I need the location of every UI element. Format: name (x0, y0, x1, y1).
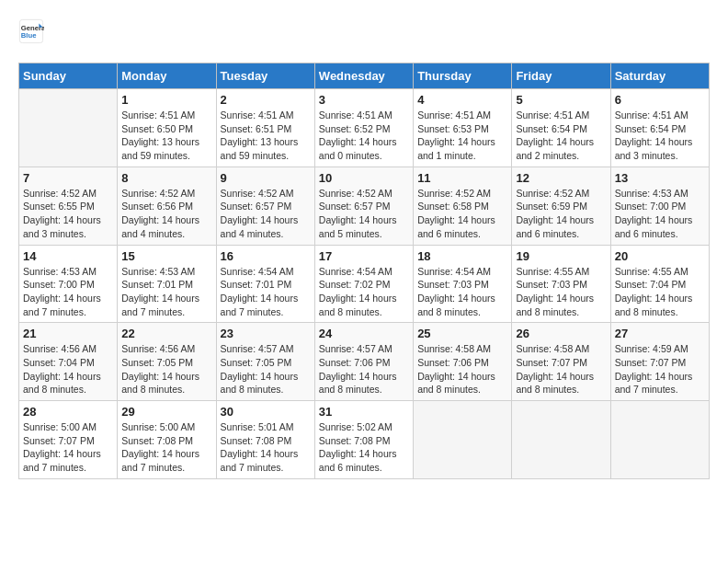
day-number: 9 (221, 171, 311, 185)
calendar-cell: 3Sunrise: 4:51 AMSunset: 6:52 PMDaylight… (314, 89, 413, 167)
day-info: Sunrise: 4:53 AMSunset: 7:01 PMDaylight:… (121, 265, 211, 319)
svg-text:General: General (21, 24, 44, 32)
calendar-cell (512, 401, 610, 479)
day-info: Sunrise: 4:51 AMSunset: 6:52 PMDaylight:… (319, 109, 409, 163)
calendar-cell: 9Sunrise: 4:52 AMSunset: 6:57 PMDaylight… (216, 167, 314, 245)
day-header-thursday: Thursday (414, 63, 512, 89)
calendar-cell: 16Sunrise: 4:54 AMSunset: 7:01 PMDayligh… (216, 245, 314, 323)
day-number: 31 (319, 405, 409, 419)
logo: General Blue (18, 18, 48, 44)
calendar-cell: 29Sunrise: 5:00 AMSunset: 7:08 PMDayligh… (118, 401, 216, 479)
day-number: 11 (417, 171, 507, 185)
day-number: 23 (221, 327, 311, 340)
day-number: 16 (221, 249, 311, 263)
day-number: 19 (516, 249, 606, 263)
calendar-cell: 10Sunrise: 4:52 AMSunset: 6:57 PMDayligh… (314, 167, 413, 245)
day-number: 2 (221, 93, 311, 107)
day-number: 21 (23, 327, 113, 340)
logo-icon: General Blue (18, 18, 44, 44)
calendar-cell (610, 401, 709, 479)
day-number: 15 (121, 249, 211, 263)
day-number: 17 (319, 249, 409, 263)
day-info: Sunrise: 4:54 AMSunset: 7:03 PMDaylight:… (417, 265, 507, 319)
day-info: Sunrise: 4:51 AMSunset: 6:50 PMDaylight:… (121, 109, 211, 163)
calendar-cell: 7Sunrise: 4:52 AMSunset: 6:55 PMDaylight… (19, 167, 118, 245)
day-info: Sunrise: 4:57 AMSunset: 7:05 PMDaylight:… (221, 342, 311, 396)
day-info: Sunrise: 4:55 AMSunset: 7:04 PMDaylight:… (615, 265, 705, 319)
day-info: Sunrise: 4:51 AMSunset: 6:51 PMDaylight:… (221, 109, 311, 163)
day-info: Sunrise: 5:01 AMSunset: 7:08 PMDaylight:… (221, 420, 311, 475)
day-number: 26 (516, 327, 606, 340)
day-number: 27 (615, 327, 705, 340)
calendar-cell: 28Sunrise: 5:00 AMSunset: 7:07 PMDayligh… (19, 401, 118, 479)
calendar-cell: 23Sunrise: 4:57 AMSunset: 7:05 PMDayligh… (216, 323, 314, 401)
calendar-cell: 27Sunrise: 4:59 AMSunset: 7:07 PMDayligh… (610, 323, 709, 401)
day-number: 1 (121, 93, 211, 107)
day-number: 7 (23, 171, 113, 185)
day-number: 4 (417, 93, 507, 107)
day-info: Sunrise: 4:54 AMSunset: 7:02 PMDaylight:… (319, 265, 409, 319)
day-info: Sunrise: 4:53 AMSunset: 7:00 PMDaylight:… (23, 265, 113, 319)
day-info: Sunrise: 4:55 AMSunset: 7:03 PMDaylight:… (516, 265, 606, 319)
calendar-cell: 21Sunrise: 4:56 AMSunset: 7:04 PMDayligh… (19, 323, 118, 401)
day-info: Sunrise: 4:53 AMSunset: 7:00 PMDaylight:… (615, 187, 705, 241)
day-number: 3 (319, 93, 409, 107)
day-header-monday: Monday (118, 63, 216, 89)
day-number: 22 (121, 327, 211, 340)
day-number: 30 (221, 405, 311, 419)
calendar-table: SundayMondayTuesdayWednesdayThursdayFrid… (18, 63, 710, 479)
day-number: 24 (319, 327, 409, 340)
day-number: 18 (417, 249, 507, 263)
calendar-cell: 14Sunrise: 4:53 AMSunset: 7:00 PMDayligh… (19, 245, 118, 323)
day-number: 5 (516, 93, 606, 107)
calendar-cell: 2Sunrise: 4:51 AMSunset: 6:51 PMDaylight… (216, 89, 314, 167)
day-info: Sunrise: 4:58 AMSunset: 7:06 PMDaylight:… (417, 342, 507, 396)
calendar-cell: 13Sunrise: 4:53 AMSunset: 7:00 PMDayligh… (610, 167, 709, 245)
day-info: Sunrise: 4:52 AMSunset: 6:56 PMDaylight:… (121, 187, 211, 241)
day-number: 14 (23, 249, 113, 263)
day-number: 25 (417, 327, 507, 340)
day-info: Sunrise: 4:51 AMSunset: 6:53 PMDaylight:… (417, 109, 507, 163)
day-header-sunday: Sunday (19, 63, 118, 89)
day-header-tuesday: Tuesday (216, 63, 314, 89)
calendar-cell: 19Sunrise: 4:55 AMSunset: 7:03 PMDayligh… (512, 245, 610, 323)
calendar-cell: 1Sunrise: 4:51 AMSunset: 6:50 PMDaylight… (118, 89, 216, 167)
day-number: 20 (615, 249, 705, 263)
day-info: Sunrise: 4:54 AMSunset: 7:01 PMDaylight:… (221, 265, 311, 319)
day-info: Sunrise: 4:52 AMSunset: 6:57 PMDaylight:… (221, 187, 311, 241)
day-number: 28 (23, 405, 113, 419)
svg-text:Blue: Blue (21, 31, 37, 40)
day-number: 6 (615, 93, 705, 107)
day-info: Sunrise: 5:00 AMSunset: 7:08 PMDaylight:… (121, 420, 211, 475)
day-number: 13 (615, 171, 705, 185)
day-info: Sunrise: 4:52 AMSunset: 6:55 PMDaylight:… (23, 187, 113, 241)
day-info: Sunrise: 4:51 AMSunset: 6:54 PMDaylight:… (516, 109, 606, 163)
day-info: Sunrise: 4:57 AMSunset: 7:06 PMDaylight:… (319, 342, 409, 396)
calendar-cell: 8Sunrise: 4:52 AMSunset: 6:56 PMDaylight… (118, 167, 216, 245)
calendar-cell: 11Sunrise: 4:52 AMSunset: 6:58 PMDayligh… (414, 167, 512, 245)
calendar-cell: 18Sunrise: 4:54 AMSunset: 7:03 PMDayligh… (414, 245, 512, 323)
calendar-cell: 12Sunrise: 4:52 AMSunset: 6:59 PMDayligh… (512, 167, 610, 245)
day-number: 12 (516, 171, 606, 185)
calendar-cell: 25Sunrise: 4:58 AMSunset: 7:06 PMDayligh… (414, 323, 512, 401)
calendar-cell (19, 89, 118, 167)
calendar-cell: 22Sunrise: 4:56 AMSunset: 7:05 PMDayligh… (118, 323, 216, 401)
day-info: Sunrise: 4:58 AMSunset: 7:07 PMDaylight:… (516, 342, 606, 396)
day-info: Sunrise: 4:56 AMSunset: 7:05 PMDaylight:… (121, 342, 211, 396)
day-info: Sunrise: 4:51 AMSunset: 6:54 PMDaylight:… (615, 109, 705, 163)
day-info: Sunrise: 5:02 AMSunset: 7:08 PMDaylight:… (319, 420, 409, 475)
calendar-cell: 20Sunrise: 4:55 AMSunset: 7:04 PMDayligh… (610, 245, 709, 323)
day-info: Sunrise: 4:56 AMSunset: 7:04 PMDaylight:… (23, 342, 113, 396)
calendar-cell: 31Sunrise: 5:02 AMSunset: 7:08 PMDayligh… (314, 401, 413, 479)
day-info: Sunrise: 4:59 AMSunset: 7:07 PMDaylight:… (615, 342, 705, 396)
calendar-cell: 15Sunrise: 4:53 AMSunset: 7:01 PMDayligh… (118, 245, 216, 323)
day-number: 29 (121, 405, 211, 419)
calendar-cell: 24Sunrise: 4:57 AMSunset: 7:06 PMDayligh… (314, 323, 413, 401)
day-header-friday: Friday (512, 63, 610, 89)
calendar-cell: 26Sunrise: 4:58 AMSunset: 7:07 PMDayligh… (512, 323, 610, 401)
day-info: Sunrise: 5:00 AMSunset: 7:07 PMDaylight:… (23, 420, 113, 475)
calendar-cell: 5Sunrise: 4:51 AMSunset: 6:54 PMDaylight… (512, 89, 610, 167)
calendar-cell (414, 401, 512, 479)
calendar-cell: 6Sunrise: 4:51 AMSunset: 6:54 PMDaylight… (610, 89, 709, 167)
day-info: Sunrise: 4:52 AMSunset: 6:58 PMDaylight:… (417, 187, 507, 241)
